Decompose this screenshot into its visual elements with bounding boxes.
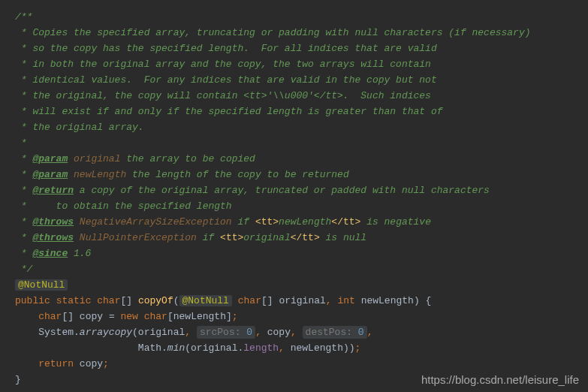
brackets: [] [120, 295, 132, 306]
since-val: 1.6 [68, 248, 91, 259]
doc-throws: * @throws NegativeArraySizeException if … [15, 216, 431, 228]
annotation-notnull-inline: @NotNull [179, 295, 232, 306]
param-desc: the length of the copy to be returned [126, 169, 348, 180]
type-char: char [238, 295, 261, 306]
annotation-notnull: @NotNull [15, 279, 68, 291]
param-hint-srcpos: srcPos: 0 [197, 326, 255, 339]
doc-line: * will exist if and only if the specifie… [15, 106, 443, 117]
method-name: copyOf [138, 295, 173, 306]
arg: original [138, 327, 185, 338]
param-tag: @param [32, 169, 68, 180]
param-original: original [279, 295, 325, 306]
paren-open: ( [173, 295, 179, 306]
param-name: original [74, 153, 120, 164]
doc-line: * [15, 137, 27, 149]
kw-static: static [56, 295, 92, 306]
paren-open: ( [132, 327, 138, 338]
kw-return: return [38, 358, 74, 369]
throws-exception: NegativeArraySizeException [80, 216, 232, 228]
doc-line: * in both the original array and the cop… [15, 59, 431, 70]
doc-line: * identical values. For any indices that… [15, 74, 437, 86]
comma: , [185, 327, 191, 338]
paren-close-brace: ) { [414, 295, 431, 306]
return-tag: @return [32, 185, 74, 196]
method-min: min [167, 342, 185, 354]
brackets: [] [62, 311, 74, 322]
comma: , [367, 327, 373, 338]
kw-new: new [120, 311, 137, 322]
semicolon: ; [355, 342, 361, 354]
param-hint-destpos: destPos: 0 [303, 326, 367, 339]
doc-line: /** [15, 11, 32, 23]
doc-return: * @return a copy of the original array, … [15, 185, 490, 196]
param-tag: @param [32, 153, 68, 164]
type-int: int [337, 295, 354, 306]
tt-open: <tt> [220, 232, 243, 243]
type-char: char [97, 295, 120, 306]
tt-open: <tt> [255, 216, 279, 228]
throws-desc: is negative [360, 216, 431, 228]
tt-close: </tt> [331, 216, 360, 228]
type-char: char [144, 311, 167, 322]
brace-close: } [15, 374, 21, 385]
return-desc: a copy of the original array, truncated … [74, 185, 490, 196]
bracket-open: [ [167, 311, 173, 322]
field-length: length [243, 342, 279, 354]
kw-public: public [15, 295, 50, 306]
doc-line: * so the copy has the specified length. … [15, 43, 437, 54]
doc-return-cont: * to obtain the specified length [15, 201, 232, 212]
param-name: newLength [74, 169, 126, 180]
doc-since: * @since 1.6 [15, 248, 91, 259]
throws-exception: NullPointerException [80, 232, 197, 243]
idx-var: newLength [173, 311, 226, 322]
throws-desc: if [197, 232, 220, 243]
hint-val: 0 [246, 327, 252, 338]
bracket-close: ] [226, 311, 232, 322]
var-copy: copy [80, 358, 103, 369]
since-tag: @since [32, 248, 68, 259]
comma: , [279, 342, 285, 354]
hint-label: srcPos: [200, 327, 241, 338]
math: Math. [138, 342, 167, 354]
doc-line: * the original, the copy will contain <t… [15, 90, 431, 101]
doc-line: * the original array. [15, 122, 144, 133]
type-char: char [38, 311, 62, 322]
arg: original. [191, 342, 243, 354]
throws-tag: @throws [32, 216, 74, 228]
code-block: /** * Copies the specified array, trunca… [15, 9, 588, 387]
comma: , [291, 327, 297, 338]
throws-var: original [243, 232, 290, 243]
param-newlength: newLength [361, 295, 414, 306]
semicolon: ; [103, 358, 109, 369]
throws-desc: if [232, 216, 255, 228]
throws-tag: @throws [32, 232, 74, 243]
tt-close: </tt> [291, 232, 320, 243]
doc-throws: * @throws NullPointerException if <tt>or… [15, 232, 366, 243]
eq: = [103, 311, 120, 322]
system: System. [38, 327, 80, 338]
throws-var: newLength [279, 216, 331, 228]
paren-close: )) [343, 342, 355, 354]
var-copy: copy [80, 311, 103, 322]
comma: , [255, 327, 261, 338]
doc-line: * Copies the specified array, truncating… [15, 27, 531, 38]
param-desc: the array to be copied [120, 153, 255, 164]
brackets: [] [261, 295, 273, 306]
method-arraycopy: arraycopy [80, 327, 132, 338]
arg: copy [267, 327, 291, 338]
hint-label: destPos: [306, 327, 352, 338]
throws-desc: is null [320, 232, 366, 243]
doc-param: * @param original the array to be copied [15, 153, 255, 164]
semicolon: ; [232, 311, 238, 322]
paren-open: ( [185, 342, 191, 354]
comma: , [326, 295, 332, 306]
hint-val: 0 [358, 327, 364, 338]
watermark-text: https://blog.csdn.net/leisure_life [421, 372, 579, 387]
doc-param: * @param newLength the length of the cop… [15, 169, 349, 180]
doc-end: */ [15, 264, 32, 275]
arg: newLength [291, 342, 343, 354]
